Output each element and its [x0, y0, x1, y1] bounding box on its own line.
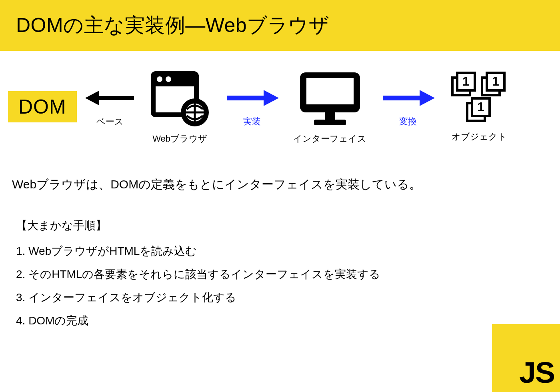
arrow-implement-label: 実装 [243, 116, 261, 128]
arrow-left-icon [82, 86, 138, 110]
svg-marker-10 [264, 90, 279, 106]
svg-marker-1 [85, 91, 99, 105]
svg-text:1: 1 [462, 74, 470, 88]
svg-rect-14 [314, 120, 346, 125]
arrow-right-icon [222, 86, 282, 110]
arrow-base: ベース [80, 86, 140, 128]
svg-point-4 [157, 76, 162, 82]
steps-heading: 【大まかな手順】 [16, 218, 560, 233]
object-label: オブジェクト [452, 131, 507, 143]
svg-text:1: 1 [477, 100, 484, 114]
browser-label: Webブラウザ [152, 133, 207, 145]
arrow-right-icon [378, 86, 438, 110]
arrow-convert-label: 変換 [399, 116, 417, 128]
svg-rect-12 [306, 78, 354, 104]
list-item: DOMの完成 [16, 313, 560, 328]
interface-label: インターフェイス [293, 133, 366, 145]
concept-diagram: DOM ベース Webブラウザ 実装 [0, 63, 560, 151]
list-item: インターフェイスをオブジェクト化する [16, 290, 560, 305]
svg-rect-13 [325, 112, 335, 120]
description-text: Webブラウザは、DOMの定義をもとにインターフェイスを実装している。 [12, 175, 548, 194]
list-item: WebブラウザがHTMLを読み込む [16, 244, 560, 259]
list-item: そのHTMLの各要素をそれらに該当するインターフェイスを実装する [16, 267, 560, 282]
title-bar: DOMの主な実装例—Webブラウザ [0, 0, 560, 51]
js-badge-text: JS [519, 355, 554, 390]
browser-globe-icon [149, 69, 211, 127]
svg-text:1: 1 [492, 74, 499, 88]
dom-node: DOM [8, 91, 77, 122]
arrow-convert: 変換 [376, 86, 440, 128]
monitor-icon [296, 69, 364, 127]
browser-node: Webブラウザ [140, 69, 220, 145]
objects-icon: 1 1 1 [449, 71, 509, 125]
interface-node: インターフェイス [284, 69, 376, 145]
arrow-implement: 実装 [220, 86, 284, 128]
svg-marker-16 [420, 90, 435, 106]
js-badge: JS [492, 324, 560, 392]
steps-list: WebブラウザがHTMLを読み込む そのHTMLの各要素をそれらに該当するインタ… [16, 244, 560, 328]
svg-point-5 [166, 76, 171, 82]
object-node: 1 1 1 オブジェクト [443, 71, 515, 143]
arrow-base-label: ベース [96, 116, 124, 128]
page-title: DOMの主な実装例—Webブラウザ [16, 12, 544, 39]
